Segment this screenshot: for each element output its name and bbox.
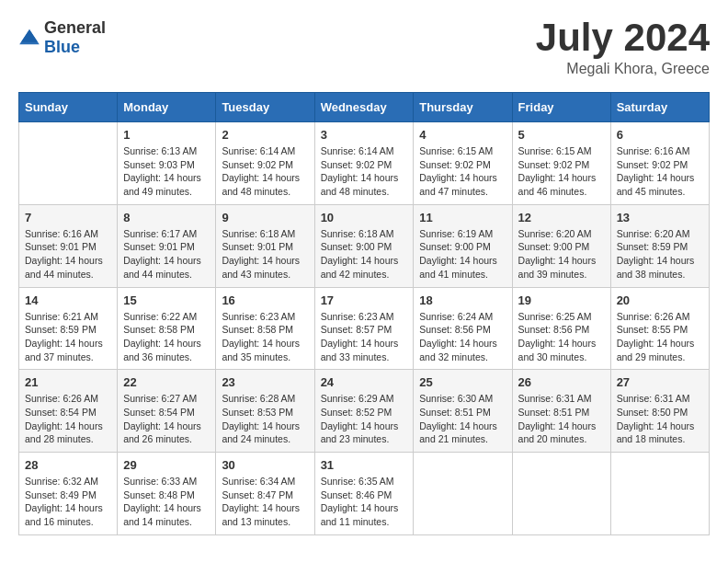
day-number: 27 — [617, 375, 703, 389]
day-cell: 21Sunrise: 6:26 AMSunset: 8:54 PMDayligh… — [19, 370, 118, 453]
day-number: 7 — [25, 211, 111, 224]
day-number: 17 — [321, 293, 408, 307]
day-number: 19 — [518, 293, 605, 307]
day-cell: 17Sunrise: 6:23 AMSunset: 8:57 PMDayligh… — [314, 287, 414, 370]
day-info: Sunrise: 6:15 AMSunset: 9:02 PMDaylight:… — [419, 144, 506, 199]
day-cell: 8Sunrise: 6:17 AMSunset: 9:01 PMDaylight… — [118, 204, 216, 287]
day-info: Sunrise: 6:33 AMSunset: 8:48 PMDaylight:… — [123, 475, 210, 529]
logo: General Blue — [18, 18, 106, 57]
day-number: 11 — [419, 211, 506, 224]
day-cell — [610, 453, 709, 535]
day-info: Sunrise: 6:18 AMSunset: 9:01 PMDaylight:… — [222, 227, 308, 282]
logo-icon — [18, 27, 40, 49]
day-number: 6 — [617, 128, 703, 142]
day-cell: 14Sunrise: 6:21 AMSunset: 8:59 PMDayligh… — [19, 287, 118, 370]
day-info: Sunrise: 6:16 AMSunset: 9:02 PMDaylight:… — [617, 144, 703, 199]
day-cell — [414, 453, 512, 535]
month-title: July 2024 — [536, 18, 710, 57]
day-cell: 16Sunrise: 6:23 AMSunset: 8:58 PMDayligh… — [216, 287, 314, 370]
day-cell: 9Sunrise: 6:18 AMSunset: 9:01 PMDaylight… — [216, 204, 314, 287]
day-info: Sunrise: 6:17 AMSunset: 9:01 PMDaylight:… — [123, 227, 210, 282]
day-cell: 15Sunrise: 6:22 AMSunset: 8:58 PMDayligh… — [118, 287, 216, 370]
day-number: 8 — [123, 211, 210, 224]
day-number: 16 — [222, 293, 308, 307]
day-info: Sunrise: 6:22 AMSunset: 8:58 PMDaylight:… — [123, 310, 210, 364]
day-cell: 7Sunrise: 6:16 AMSunset: 9:01 PMDaylight… — [19, 204, 118, 287]
day-number: 28 — [25, 458, 111, 472]
day-cell: 30Sunrise: 6:34 AMSunset: 8:47 PMDayligh… — [216, 453, 314, 535]
day-number: 14 — [25, 293, 111, 307]
day-cell: 12Sunrise: 6:20 AMSunset: 9:00 PMDayligh… — [512, 204, 610, 287]
day-cell: 20Sunrise: 6:26 AMSunset: 8:55 PMDayligh… — [610, 287, 709, 370]
day-cell: 10Sunrise: 6:18 AMSunset: 9:00 PMDayligh… — [314, 204, 414, 287]
day-cell: 1Sunrise: 6:13 AMSunset: 9:03 PMDaylight… — [118, 122, 216, 205]
day-cell: 22Sunrise: 6:27 AMSunset: 8:54 PMDayligh… — [118, 370, 216, 453]
day-cell: 31Sunrise: 6:35 AMSunset: 8:46 PMDayligh… — [314, 453, 414, 535]
logo-text: General Blue — [44, 18, 106, 57]
day-cell — [19, 122, 118, 205]
day-info: Sunrise: 6:26 AMSunset: 8:55 PMDaylight:… — [617, 310, 703, 364]
day-info: Sunrise: 6:21 AMSunset: 8:59 PMDaylight:… — [25, 310, 111, 364]
day-cell: 19Sunrise: 6:25 AMSunset: 8:56 PMDayligh… — [512, 287, 610, 370]
day-number: 24 — [321, 375, 408, 389]
day-cell: 24Sunrise: 6:29 AMSunset: 8:52 PMDayligh… — [314, 370, 414, 453]
page-header: General Blue July 2024 Megali Khora, Gre… — [18, 18, 710, 77]
day-number: 18 — [419, 293, 506, 307]
day-number: 26 — [518, 375, 605, 389]
day-info: Sunrise: 6:14 AMSunset: 9:02 PMDaylight:… — [222, 144, 308, 199]
day-info: Sunrise: 6:29 AMSunset: 8:52 PMDaylight:… — [321, 392, 408, 446]
day-cell: 26Sunrise: 6:31 AMSunset: 8:51 PMDayligh… — [512, 370, 610, 453]
day-info: Sunrise: 6:30 AMSunset: 8:51 PMDaylight:… — [419, 392, 506, 446]
day-info: Sunrise: 6:28 AMSunset: 8:53 PMDaylight:… — [222, 392, 308, 446]
weekday-header-thursday: Thursday — [414, 93, 512, 122]
location-title: Megali Khora, Greece — [536, 61, 710, 77]
weekday-header-saturday: Saturday — [610, 93, 709, 122]
day-number: 9 — [222, 211, 308, 224]
day-number: 31 — [321, 458, 408, 472]
day-number: 13 — [617, 211, 703, 224]
day-info: Sunrise: 6:35 AMSunset: 8:46 PMDaylight:… — [321, 475, 408, 529]
day-number: 29 — [123, 458, 210, 472]
day-number: 12 — [518, 211, 605, 224]
day-number: 20 — [617, 293, 703, 307]
day-info: Sunrise: 6:34 AMSunset: 8:47 PMDaylight:… — [222, 475, 308, 529]
day-number: 21 — [25, 375, 111, 389]
day-cell: 11Sunrise: 6:19 AMSunset: 9:00 PMDayligh… — [414, 204, 512, 287]
title-section: July 2024 Megali Khora, Greece — [536, 18, 710, 77]
logo-general: General — [44, 18, 106, 37]
day-info: Sunrise: 6:23 AMSunset: 8:57 PMDaylight:… — [321, 310, 408, 364]
day-cell: 25Sunrise: 6:30 AMSunset: 8:51 PMDayligh… — [414, 370, 512, 453]
day-cell: 6Sunrise: 6:16 AMSunset: 9:02 PMDaylight… — [610, 122, 709, 205]
day-info: Sunrise: 6:31 AMSunset: 8:50 PMDaylight:… — [617, 392, 703, 446]
week-row-1: 1Sunrise: 6:13 AMSunset: 9:03 PMDaylight… — [19, 122, 710, 205]
day-info: Sunrise: 6:13 AMSunset: 9:03 PMDaylight:… — [123, 144, 210, 199]
day-number: 5 — [518, 128, 605, 142]
logo-blue: Blue — [44, 38, 80, 56]
weekday-header-tuesday: Tuesday — [216, 93, 314, 122]
day-cell: 2Sunrise: 6:14 AMSunset: 9:02 PMDaylight… — [216, 122, 314, 205]
day-number: 15 — [123, 293, 210, 307]
day-info: Sunrise: 6:18 AMSunset: 9:00 PMDaylight:… — [321, 227, 408, 282]
day-number: 22 — [123, 375, 210, 389]
week-row-5: 28Sunrise: 6:32 AMSunset: 8:49 PMDayligh… — [19, 453, 710, 535]
day-cell: 23Sunrise: 6:28 AMSunset: 8:53 PMDayligh… — [216, 370, 314, 453]
weekday-header-sunday: Sunday — [19, 93, 118, 122]
day-info: Sunrise: 6:20 AMSunset: 9:00 PMDaylight:… — [518, 227, 605, 282]
day-number: 1 — [123, 128, 210, 142]
day-number: 3 — [321, 128, 408, 142]
day-cell: 29Sunrise: 6:33 AMSunset: 8:48 PMDayligh… — [118, 453, 216, 535]
day-info: Sunrise: 6:23 AMSunset: 8:58 PMDaylight:… — [222, 310, 308, 364]
weekday-header-wednesday: Wednesday — [314, 93, 414, 122]
day-number: 23 — [222, 375, 308, 389]
day-cell: 28Sunrise: 6:32 AMSunset: 8:49 PMDayligh… — [19, 453, 118, 535]
day-info: Sunrise: 6:15 AMSunset: 9:02 PMDaylight:… — [518, 144, 605, 199]
day-number: 2 — [222, 128, 308, 142]
day-number: 30 — [222, 458, 308, 472]
day-cell: 27Sunrise: 6:31 AMSunset: 8:50 PMDayligh… — [610, 370, 709, 453]
weekday-header-friday: Friday — [512, 93, 610, 122]
day-cell: 3Sunrise: 6:14 AMSunset: 9:02 PMDaylight… — [314, 122, 414, 205]
day-info: Sunrise: 6:26 AMSunset: 8:54 PMDaylight:… — [25, 392, 111, 446]
day-cell: 13Sunrise: 6:20 AMSunset: 8:59 PMDayligh… — [610, 204, 709, 287]
svg-marker-1 — [21, 29, 38, 42]
calendar-table: SundayMondayTuesdayWednesdayThursdayFrid… — [18, 92, 710, 535]
